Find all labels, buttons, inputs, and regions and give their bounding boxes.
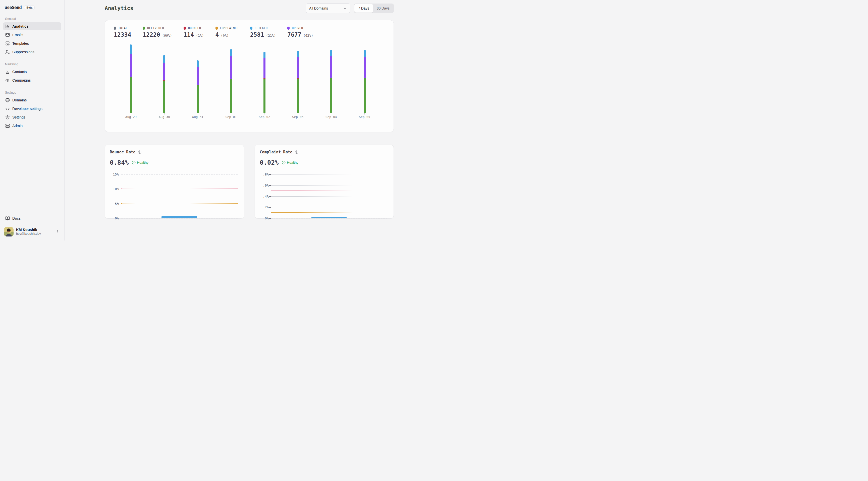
stat-opened: OPENED7677(62%) bbox=[287, 26, 313, 38]
bar-segment-opened bbox=[330, 56, 332, 78]
bar-segment-clicked bbox=[130, 44, 132, 54]
sidebar-item-settings[interactable]: Settings bbox=[3, 113, 61, 121]
bar-segment-delivered bbox=[264, 78, 266, 113]
brand: useSend Beta bbox=[3, 3, 61, 10]
bar-segment-opened bbox=[264, 58, 266, 78]
sidebar-item-label: Templates bbox=[12, 41, 29, 45]
bar-segment-delivered bbox=[230, 79, 232, 113]
bounce-rate-chart: 15%10%5%0% bbox=[121, 174, 238, 218]
stat-label: CLICKED bbox=[255, 26, 268, 30]
bar-segment-delivered bbox=[197, 85, 199, 113]
stat-percent: (21%) bbox=[266, 34, 276, 37]
y-axis-label: .4% bbox=[263, 194, 269, 198]
stat-percent: (1%) bbox=[196, 34, 204, 37]
main-content: Analytics All Domains 7 Days 30 Days TOT… bbox=[65, 0, 434, 241]
y-axis-label: 0% bbox=[115, 216, 119, 220]
sidebar-item-docs[interactable]: Docs bbox=[3, 214, 61, 222]
stat-delivered: DELIVERED12220(99%) bbox=[143, 26, 172, 38]
bounce-rate-value: 0.84% bbox=[110, 159, 129, 166]
grid-line: .8% bbox=[271, 174, 387, 174]
stats-legend: TOTAL12334DELIVERED12220(99%)BOUNCED114(… bbox=[110, 25, 389, 38]
sidebar-item-label: Analytics bbox=[12, 24, 28, 28]
check-circle-icon bbox=[282, 161, 285, 164]
sidebar-footer: Docs KM Koushik hey@koushik.dev bbox=[3, 214, 61, 236]
user-menu[interactable]: KM Koushik hey@koushik.dev bbox=[3, 225, 61, 236]
check-circle-icon bbox=[132, 161, 135, 164]
beta-badge: Beta bbox=[24, 5, 35, 10]
bar-segment-opened bbox=[163, 63, 165, 80]
axis-tick bbox=[269, 207, 271, 207]
legend-dot-total bbox=[114, 27, 116, 30]
sidebar-item-label: Developer settings bbox=[12, 107, 42, 111]
page-title: Analytics bbox=[105, 5, 133, 11]
sidebar-section-label: General bbox=[5, 17, 61, 21]
sidebar-item-emails[interactable]: Emails bbox=[3, 31, 61, 39]
stat-value: 2581 bbox=[250, 31, 264, 38]
stat-percent: (99%) bbox=[162, 34, 172, 37]
bar-segment-opened bbox=[297, 57, 299, 78]
bar-segment-clicked bbox=[264, 52, 266, 58]
stat-label: BOUNCED bbox=[188, 26, 201, 30]
rate-bar bbox=[311, 217, 347, 218]
complaint-rate-value: 0.02% bbox=[260, 159, 279, 166]
status-badge: Healthy bbox=[282, 161, 299, 164]
bar-segment-clicked bbox=[230, 49, 232, 56]
app-logo: useSend bbox=[4, 5, 22, 10]
app-root: useSend Beta GeneralAnalyticsEmailsTempl… bbox=[0, 0, 434, 241]
stat-total: TOTAL12334 bbox=[114, 26, 131, 38]
stat-value: 7677 bbox=[287, 31, 301, 38]
stat-percent: (0%) bbox=[221, 34, 228, 37]
stat-label: COMPLAINED bbox=[220, 26, 239, 30]
range-7-days[interactable]: 7 Days bbox=[354, 4, 373, 12]
analytics-overview-card: TOTAL12334DELIVERED12220(99%)BOUNCED114(… bbox=[105, 20, 394, 132]
bar-segment-opened bbox=[130, 54, 132, 77]
axis-tick bbox=[264, 113, 265, 115]
legend-dot-delivered bbox=[143, 27, 145, 30]
server-icon bbox=[5, 124, 10, 128]
sidebar-item-campaigns[interactable]: Campaigns bbox=[3, 76, 61, 84]
domain-filter-value: All Domains bbox=[309, 6, 328, 10]
y-axis-label: 0% bbox=[265, 216, 269, 220]
y-axis-label: .2% bbox=[263, 205, 269, 209]
bar-segment-delivered bbox=[163, 81, 165, 113]
info-icon[interactable] bbox=[295, 150, 299, 154]
x-axis-label: Aug 29 bbox=[125, 115, 136, 119]
threshold-line bbox=[271, 213, 387, 213]
user-x-icon bbox=[5, 50, 10, 54]
axis-tick bbox=[131, 113, 131, 115]
sidebar-item-suppressions[interactable]: Suppressions bbox=[3, 48, 61, 56]
domain-filter-select[interactable]: All Domains bbox=[306, 3, 350, 13]
sidebar-item-domains[interactable]: Domains bbox=[3, 96, 61, 104]
bar-segment-opened bbox=[230, 56, 232, 79]
axis-tick bbox=[269, 174, 271, 175]
x-axis-label: Sep 03 bbox=[292, 115, 303, 119]
sidebar-item-admin[interactable]: Admin bbox=[3, 122, 61, 130]
legend-dot-opened bbox=[287, 27, 289, 30]
stat-clicked: CLICKED2581(21%) bbox=[250, 26, 276, 38]
sidebar-item-templates[interactable]: Templates bbox=[3, 39, 61, 47]
megaphone-icon bbox=[5, 78, 10, 83]
x-axis-label: Aug 31 bbox=[192, 115, 204, 119]
code-icon bbox=[5, 106, 10, 111]
complaint-rate-card: Complaint Rate 0.02% Healthy .8%.6%.4%.2… bbox=[255, 145, 394, 219]
user-email: hey@koushik.dev bbox=[16, 232, 52, 236]
threshold-line: 5% bbox=[121, 203, 238, 204]
stacked-bar bbox=[163, 55, 165, 113]
chevron-down-icon bbox=[343, 6, 347, 10]
bounce-rate-card: Bounce Rate 0.84% Healthy 15%10%5%0% bbox=[105, 145, 244, 219]
axis-tick bbox=[298, 113, 298, 115]
info-icon[interactable] bbox=[138, 150, 142, 154]
stat-complained: COMPLAINED4(0%) bbox=[216, 26, 239, 38]
stat-percent: (62%) bbox=[303, 34, 313, 37]
sidebar-section-label: Marketing bbox=[5, 63, 61, 66]
y-axis-label: .8% bbox=[263, 172, 269, 176]
legend-dot-clicked bbox=[250, 27, 252, 30]
sidebar-item-label: Campaigns bbox=[12, 78, 31, 82]
more-options-icon[interactable] bbox=[54, 229, 60, 235]
axis-tick bbox=[269, 196, 271, 197]
sidebar-item-analytics[interactable]: Analytics bbox=[3, 22, 61, 30]
range-30-days[interactable]: 30 Days bbox=[373, 4, 393, 12]
sidebar-item-developer-settings[interactable]: Developer settings bbox=[3, 105, 61, 113]
sidebar-item-contacts[interactable]: Contacts bbox=[3, 68, 61, 76]
email-volume-chart: Aug 29Aug 30Aug 31Sep 01Sep 02Sep 03Sep … bbox=[114, 44, 381, 119]
